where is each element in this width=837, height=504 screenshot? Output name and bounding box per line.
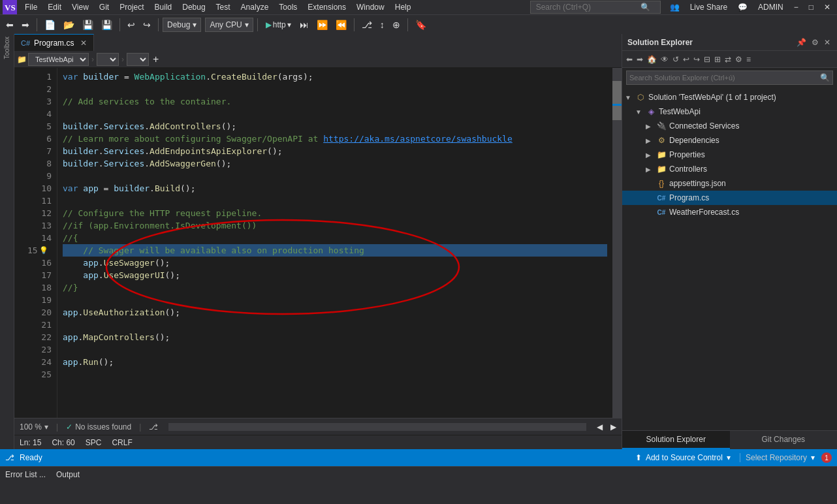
tb-sep6 (407, 18, 408, 31)
program-cs-item[interactable]: ▶ C# Program.cs (622, 191, 837, 205)
new-file-btn[interactable]: 📄 (41, 17, 59, 33)
lightbulb-icon[interactable]: 💡 (39, 244, 48, 257)
solution-root[interactable]: ▼ ⬡ Solution 'TestWebApi' (1 of 1 projec… (622, 90, 837, 104)
select-repository-btn[interactable]: Select Repository (740, 453, 807, 462)
project-dropdown[interactable]: TestWebApi (28, 53, 89, 66)
minimize-button[interactable]: − (790, 1, 802, 13)
menu-analyze[interactable]: Analyze (236, 0, 274, 14)
se-redo-btn[interactable]: ↪ (692, 55, 701, 64)
horizontal-scrollbar[interactable] (168, 423, 586, 431)
se-search-input[interactable] (629, 74, 820, 82)
live-share-icon: 👥 (666, 1, 684, 13)
add-source-dropdown-icon[interactable]: ▾ (727, 453, 731, 462)
menu-window[interactable]: Window (351, 0, 390, 14)
controllers-item[interactable]: ▶ 📁 Controllers (622, 162, 837, 176)
code-editor[interactable]: 1 2 3 4 5 6 7 8 9 10 11 12 13 14 15💡 16 … (14, 68, 622, 418)
menu-view[interactable]: View (67, 0, 94, 14)
search-input[interactable] (536, 3, 640, 12)
se-undo-btn[interactable]: ↩ (682, 55, 691, 64)
member-dropdown[interactable] (127, 53, 149, 66)
menu-extensions[interactable]: Extensions (302, 0, 351, 14)
properties-icon: 📁 (656, 150, 667, 160)
scroll-right-btn[interactable]: ▶ (610, 422, 616, 432)
solution-explorer-search[interactable]: 🔍 (626, 71, 833, 85)
weatherforecast-item[interactable]: ▶ C# WeatherForecast.cs (622, 205, 837, 219)
program-cs-tab[interactable]: C# Program.cs ✕ (14, 34, 94, 51)
zoom-value: 100 % (20, 422, 42, 432)
tab-close-btn[interactable]: ✕ (80, 39, 87, 48)
dependencies-item[interactable]: ▶ ⚙ Dependencies (622, 133, 837, 148)
back-btn[interactable]: ⬅ (3, 17, 17, 33)
zoom-dropdown-icon: ▾ (44, 422, 48, 432)
version-control-icon[interactable]: ⎇ (149, 422, 158, 432)
solution-label: Solution 'TestWebApi' (1 of 1 project) (648, 93, 776, 102)
add-source-control-label[interactable]: Add to Source Control (646, 453, 723, 462)
bookmarks-btn[interactable]: 🔖 (412, 17, 430, 33)
toolbox-label[interactable]: Toolbox (3, 37, 10, 59)
code-lines[interactable]: var builder = WebApplication.CreateBuild… (57, 68, 612, 418)
se-forward-btn[interactable]: ➡ (635, 55, 644, 64)
debug-config-dropdown[interactable]: Debug ▾ (163, 18, 201, 32)
se-prop-btn[interactable]: ⚙ (734, 55, 744, 64)
run-button[interactable]: ▶ http ▾ (262, 19, 295, 31)
close-button[interactable]: ✕ (820, 1, 834, 13)
maximize-button[interactable]: □ (805, 1, 817, 13)
no-issues-indicator: ✓ No issues found (66, 422, 131, 432)
menu-test[interactable]: Test (211, 0, 236, 14)
menu-build[interactable]: Build (150, 0, 178, 14)
project-root[interactable]: ▼ ◈ TestWebApi (622, 104, 837, 119)
add-member-btn[interactable]: + (153, 54, 159, 65)
appsettings-item[interactable]: ▶ {} appsettings.json (622, 176, 837, 191)
se-pin-btn[interactable]: 📌 (795, 38, 808, 47)
se-home-btn[interactable]: 🏠 (646, 55, 658, 64)
scrollbar-thumb[interactable] (612, 81, 622, 120)
forward-btn[interactable]: ➡ (18, 17, 33, 33)
step-out-btn[interactable]: ⏪ (332, 17, 350, 33)
menu-git[interactable]: Git (94, 0, 114, 14)
step-over-btn[interactable]: ⏭ (296, 17, 312, 33)
se-show-all-btn[interactable]: 👁 (659, 55, 670, 64)
menu-tools[interactable]: Tools (274, 0, 302, 14)
sync-btn[interactable]: ↕ (377, 17, 388, 33)
editor-scrollbar[interactable] (612, 68, 622, 418)
menu-project[interactable]: Project (114, 0, 149, 14)
live-share-button[interactable]: Live Share (686, 1, 731, 13)
se-settings-btn[interactable]: ⚙ (810, 38, 820, 47)
more-git-btn[interactable]: ⊕ (389, 17, 403, 33)
solution-icon: ⬡ (635, 92, 646, 102)
se-filter-btn[interactable]: ⊞ (713, 55, 722, 64)
se-back-btn[interactable]: ⬅ (625, 55, 634, 64)
se-refresh-btn[interactable]: ↺ (671, 55, 680, 64)
se-tab-solution-explorer[interactable]: Solution Explorer (622, 431, 730, 449)
search-box[interactable]: 🔍 (530, 1, 661, 14)
feedback-icon[interactable]: 💬 (734, 1, 751, 13)
scroll-left-btn[interactable]: ◀ (597, 422, 603, 432)
menu-help[interactable]: Help (390, 0, 417, 14)
output-btn[interactable]: Output (56, 470, 80, 479)
menu-debug[interactable]: Debug (177, 0, 210, 14)
se-close-btn[interactable]: ✕ (823, 38, 832, 47)
select-repo-dropdown-icon[interactable]: ▾ (811, 453, 815, 462)
namespace-dropdown[interactable] (97, 53, 119, 66)
se-sync-btn[interactable]: ⇄ (723, 55, 733, 64)
undo-btn[interactable]: ↩ (124, 17, 138, 33)
platform-dropdown[interactable]: Any CPU ▾ (205, 18, 253, 32)
se-collapse-btn[interactable]: ⊟ (703, 55, 712, 64)
se-more-btn[interactable]: ≡ (745, 55, 752, 64)
se-tab-git-changes[interactable]: Git Changes (730, 431, 838, 449)
error-list-btn[interactable]: Error List ... (5, 470, 46, 479)
step-in-btn[interactable]: ⏩ (313, 17, 331, 33)
menu-file[interactable]: File (20, 0, 42, 14)
save-all-btn[interactable]: 💾 (98, 17, 116, 33)
zoom-control[interactable]: 100 % ▾ (20, 422, 48, 432)
menu-edit[interactable]: Edit (42, 0, 67, 14)
open-btn[interactable]: 📂 (60, 17, 78, 33)
git-icon: ⎇ (5, 453, 14, 462)
properties-item[interactable]: ▶ 📁 Properties (622, 148, 837, 162)
redo-btn[interactable]: ↪ (140, 17, 154, 33)
connected-services-item[interactable]: ▶ 🔌 Connected Services (622, 119, 837, 133)
git-btn[interactable]: ⎇ (358, 17, 375, 33)
save-btn[interactable]: 💾 (79, 17, 97, 33)
path-bar: 📁 TestWebApi › › + (14, 51, 622, 68)
admin-button[interactable]: ADMIN (754, 1, 787, 13)
